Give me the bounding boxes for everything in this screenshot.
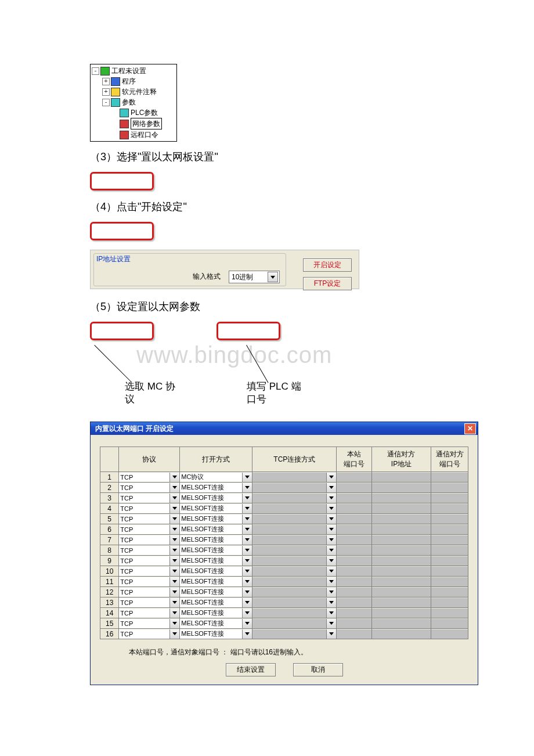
finish-settings-button[interactable]: 结束设置 [226,663,276,676]
open-mode-select[interactable]: MELSOFT连接 [180,514,252,524]
collapse-icon[interactable]: - [102,99,110,106]
open-mode-select[interactable]: MELSOFT连接 [180,483,252,492]
chevron-down-icon[interactable] [242,619,252,628]
chevron-down-icon[interactable] [326,629,336,639]
protocol-select[interactable]: TCP [119,556,179,566]
close-icon[interactable]: ✕ [464,423,476,434]
tcp-mode-select[interactable] [252,483,336,492]
chevron-down-icon[interactable] [326,535,336,545]
chevron-down-icon[interactable] [326,473,336,482]
open-mode-select[interactable]: MELSOFT连接 [180,556,252,566]
chevron-down-icon[interactable] [242,514,252,524]
tcp-mode-select[interactable] [252,514,336,524]
chevron-down-icon[interactable] [169,473,179,482]
chevron-down-icon[interactable] [242,577,252,586]
open-mode-select[interactable]: MELSOFT连接 [180,525,252,534]
chevron-down-icon[interactable] [169,483,179,492]
protocol-select[interactable]: TCP [119,629,179,639]
chevron-down-icon[interactable] [326,567,336,576]
chevron-down-icon[interactable] [242,598,252,607]
open-mode-select[interactable]: MELSOFT连接 [180,629,252,639]
chevron-down-icon[interactable] [326,619,336,628]
chevron-down-icon[interactable] [242,629,252,639]
chevron-down-icon[interactable] [326,588,336,597]
open-mode-select[interactable]: MELSOFT连接 [180,546,252,555]
protocol-select[interactable]: TCP [119,494,179,503]
chevron-down-icon[interactable] [242,473,252,482]
chevron-down-icon[interactable] [326,546,336,555]
input-format-select[interactable]: 10进制 [229,271,280,283]
expand-icon[interactable]: + [102,78,110,85]
protocol-select[interactable]: TCP [119,598,179,607]
chevron-down-icon[interactable] [169,567,179,576]
tcp-mode-select[interactable] [252,494,336,503]
chevron-down-icon[interactable] [169,525,179,534]
open-mode-select[interactable]: MELSOFT连接 [180,494,252,503]
project-tree[interactable]: - 工程未设置 + 程序 + 软元件注释 - 参数 PLC参数 [90,64,177,142]
open-mode-select[interactable]: MELSOFT连接 [180,598,252,607]
protocol-select[interactable]: TCP [119,504,179,513]
tcp-mode-select[interactable] [252,588,336,597]
chevron-down-icon[interactable] [169,546,179,555]
chevron-down-icon[interactable] [169,504,179,513]
tcp-mode-select[interactable] [252,609,336,618]
chevron-down-icon[interactable] [169,598,179,607]
chevron-down-icon[interactable] [326,598,336,607]
open-mode-select[interactable]: MELSOFT连接 [180,619,252,628]
open-mode-select[interactable]: MELSOFT连接 [180,588,252,597]
tcp-mode-select[interactable] [252,525,336,534]
chevron-down-icon[interactable] [326,483,336,492]
tree-item[interactable]: PLC参数 [131,107,158,118]
protocol-select[interactable]: TCP [119,525,179,534]
protocol-select[interactable]: TCP [119,546,179,555]
open-mode-select[interactable]: MELSOFT连接 [180,535,252,545]
tree-item[interactable]: 参数 [122,97,136,107]
chevron-down-icon[interactable] [169,629,179,639]
protocol-select[interactable]: TCP [119,535,179,545]
tree-item[interactable]: 程序 [122,76,136,87]
chevron-down-icon[interactable] [169,619,179,628]
chevron-down-icon[interactable] [169,588,179,597]
ftp-settings-button[interactable]: FTP设定 [303,277,352,290]
chevron-down-icon[interactable] [242,494,252,503]
chevron-down-icon[interactable] [242,546,252,555]
tcp-mode-select[interactable] [252,473,336,482]
tcp-mode-select[interactable] [252,629,336,639]
chevron-down-icon[interactable] [268,272,278,282]
protocol-select[interactable]: TCP [119,619,179,628]
open-mode-select[interactable]: MC协议 [180,473,252,482]
chevron-down-icon[interactable] [242,609,252,618]
chevron-down-icon[interactable] [326,609,336,618]
chevron-down-icon[interactable] [326,504,336,513]
chevron-down-icon[interactable] [169,577,179,586]
protocol-select[interactable]: TCP [119,588,179,597]
chevron-down-icon[interactable] [242,535,252,545]
tcp-mode-select[interactable] [252,535,336,545]
chevron-down-icon[interactable] [242,525,252,534]
chevron-down-icon[interactable] [169,535,179,545]
tree-item[interactable]: 远程口令 [131,129,158,140]
chevron-down-icon[interactable] [242,483,252,492]
protocol-select[interactable]: TCP [119,577,179,586]
cancel-button[interactable]: 取消 [293,663,343,676]
chevron-down-icon[interactable] [169,514,179,524]
chevron-down-icon[interactable] [326,577,336,586]
expand-icon[interactable]: + [102,88,110,96]
chevron-down-icon[interactable] [169,494,179,503]
open-mode-select[interactable]: MELSOFT连接 [180,609,252,618]
tcp-mode-select[interactable] [252,619,336,628]
chevron-down-icon[interactable] [242,588,252,597]
chevron-down-icon[interactable] [169,609,179,618]
chevron-down-icon[interactable] [326,525,336,534]
chevron-down-icon[interactable] [169,556,179,566]
tree-item-selected[interactable]: 网络参数 [131,118,162,129]
open-mode-select[interactable]: MELSOFT连接 [180,577,252,586]
protocol-select[interactable]: TCP [119,567,179,576]
chevron-down-icon[interactable] [242,556,252,566]
protocol-select[interactable]: TCP [119,609,179,618]
tree-item[interactable]: 软元件注释 [122,87,157,97]
chevron-down-icon[interactable] [242,567,252,576]
protocol-select[interactable]: TCP [119,514,179,524]
chevron-down-icon[interactable] [326,514,336,524]
open-mode-select[interactable]: MELSOFT连接 [180,567,252,576]
